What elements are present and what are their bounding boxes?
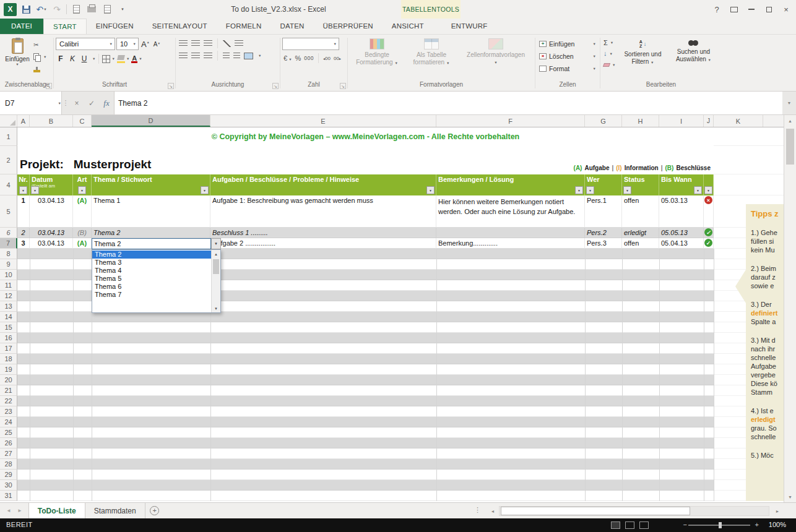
row-header-1[interactable]: 1 bbox=[0, 127, 17, 146]
conditional-formatting-button[interactable]: Bedingte Formatierung ▼ bbox=[350, 36, 404, 81]
row-header[interactable]: 21 bbox=[0, 385, 17, 396]
row-header[interactable]: 29 bbox=[0, 470, 17, 480]
filter-button[interactable]: ▼ bbox=[426, 186, 435, 194]
column-header-f[interactable]: F bbox=[436, 115, 585, 127]
align-middle-icon[interactable] bbox=[191, 40, 200, 47]
insert-function-button[interactable]: fx bbox=[99, 92, 114, 114]
filter-button[interactable]: ▼ bbox=[575, 186, 583, 194]
dropdown-scrollbar[interactable]: ▲ ▼ bbox=[211, 250, 220, 312]
cell-status-icon[interactable]: ✓ bbox=[704, 238, 714, 249]
row-band[interactable] bbox=[17, 375, 714, 385]
dialog-launcher-icon[interactable]: ↘ bbox=[340, 83, 346, 89]
wrap-text-icon[interactable] bbox=[235, 40, 243, 47]
sort-filter-button[interactable]: AZ↓ Sortieren und Filtern ▼ bbox=[617, 36, 668, 81]
header-nr[interactable]: Nr. ▼ bbox=[17, 174, 30, 195]
next-sheet-button[interactable]: ► bbox=[17, 508, 22, 513]
cell-bis-wann[interactable]: 05.05.13 bbox=[659, 228, 704, 238]
format-painter-button[interactable] bbox=[32, 64, 51, 74]
align-left-icon[interactable] bbox=[179, 53, 188, 59]
zoom-percentage[interactable]: 100% bbox=[769, 521, 786, 528]
row-header[interactable]: 20 bbox=[0, 375, 17, 385]
percent-button[interactable]: % bbox=[295, 54, 301, 62]
row-header[interactable]: 23 bbox=[0, 406, 17, 417]
filter-button[interactable]: ▼ bbox=[586, 186, 594, 194]
dropdown-toggle-button[interactable]: ▼ bbox=[211, 238, 221, 249]
row-band[interactable] bbox=[17, 312, 714, 322]
increase-decimal-button[interactable]: ◂00 bbox=[323, 56, 331, 61]
column-header-e[interactable]: E bbox=[210, 115, 436, 127]
ribbon-display-options-button[interactable] bbox=[725, 1, 743, 18]
row-header[interactable]: 30 bbox=[0, 480, 17, 491]
filter-button[interactable]: ▼ bbox=[623, 186, 631, 194]
dropdown-option[interactable]: Thema 7 bbox=[92, 291, 211, 299]
row-header[interactable]: 13 bbox=[0, 301, 17, 312]
zoom-slider-thumb[interactable] bbox=[719, 522, 722, 528]
cell-bemerkung[interactable] bbox=[436, 228, 585, 238]
close-button[interactable]: × bbox=[777, 1, 795, 18]
dialog-launcher-icon[interactable]: ↘ bbox=[46, 83, 52, 89]
row-header[interactable]: 18 bbox=[0, 354, 17, 364]
row-band[interactable] bbox=[17, 354, 714, 364]
cell-aufgabe[interactable]: Aufgabe 2 ................ bbox=[210, 238, 436, 249]
row-header[interactable]: 19 bbox=[0, 364, 17, 375]
dropdown-option[interactable]: Thema 3 bbox=[92, 259, 211, 267]
cell-status-icon[interactable]: ✓ bbox=[704, 228, 714, 238]
row-band[interactable] bbox=[17, 396, 714, 406]
borders-button[interactable]: ▼ bbox=[102, 53, 115, 64]
autosum-button[interactable]: Σ▼ bbox=[603, 38, 615, 47]
row-band[interactable] bbox=[17, 470, 714, 480]
header-bemerkungen[interactable]: Bemerkungen / Lösung ▼ bbox=[436, 174, 585, 195]
clear-button[interactable]: ▼ bbox=[603, 60, 615, 69]
help-button[interactable]: ? bbox=[708, 1, 725, 18]
normal-view-icon[interactable] bbox=[611, 521, 620, 529]
column-header-d[interactable]: D bbox=[92, 115, 210, 127]
row-header[interactable]: 10 bbox=[0, 270, 17, 280]
font-color-button[interactable]: A▼ bbox=[131, 53, 142, 64]
column-header-i[interactable]: I bbox=[659, 115, 704, 127]
confirm-entry-button[interactable]: ✓ bbox=[84, 92, 99, 114]
sheet-tab-stammdaten[interactable]: Stammdaten bbox=[85, 503, 145, 518]
row-band[interactable] bbox=[17, 322, 714, 333]
row-band[interactable] bbox=[17, 343, 714, 354]
cell-styles-button[interactable]: Zellenformatvorlagen ▼ bbox=[459, 36, 533, 81]
tab-formeln[interactable]: FORMELN bbox=[217, 19, 271, 34]
tab-entwurf[interactable]: ENTWURF bbox=[442, 19, 497, 34]
name-box[interactable]: D7▼ bbox=[0, 92, 62, 114]
row-header[interactable]: 22 bbox=[0, 396, 17, 406]
row-header[interactable]: 27 bbox=[0, 448, 17, 459]
formula-bar-handle[interactable]: ⋮ bbox=[62, 92, 69, 114]
hscroll-left-button[interactable]: ◄ bbox=[488, 506, 498, 516]
row-header-6[interactable]: 6 bbox=[0, 228, 17, 238]
dropdown-option[interactable]: Thema 6 bbox=[92, 283, 211, 291]
column-header-k[interactable]: K bbox=[714, 115, 763, 127]
dropdown-option[interactable]: Thema 4 bbox=[92, 267, 211, 275]
cut-button[interactable]: ✂ bbox=[32, 40, 51, 49]
cell-datum[interactable]: 03.04.13 bbox=[30, 195, 73, 228]
grow-font-button[interactable]: A▲ bbox=[140, 40, 151, 49]
row-header-5[interactable]: 5 bbox=[0, 195, 17, 228]
row-band[interactable] bbox=[17, 448, 714, 459]
row-header[interactable]: 31 bbox=[0, 491, 17, 501]
font-size-combo[interactable]: 10▼ bbox=[116, 38, 139, 50]
filter-button[interactable]: ▼ bbox=[704, 186, 712, 194]
row-header-4[interactable]: 4 bbox=[0, 174, 17, 195]
row-header[interactable]: 26 bbox=[0, 438, 17, 448]
filter-button[interactable]: ▼ bbox=[78, 186, 86, 194]
new-sheet-button[interactable]: + bbox=[145, 503, 164, 518]
align-center-icon[interactable] bbox=[191, 53, 200, 59]
row-header-2[interactable]: 2 bbox=[0, 146, 17, 174]
scroll-up-button[interactable]: ▲ bbox=[784, 115, 796, 126]
paste-button[interactable]: Einfügen ▼ bbox=[3, 36, 32, 81]
align-right-icon[interactable] bbox=[204, 53, 212, 59]
header-bis-wann[interactable]: Bis Wann ▼ bbox=[659, 174, 704, 195]
scroll-down-icon[interactable]: ▼ bbox=[212, 304, 220, 312]
tips-panel[interactable]: Tipps z 1.) Gehe füllen si kein Mu 2.) B… bbox=[746, 204, 784, 501]
row-header[interactable]: 9 bbox=[0, 259, 17, 270]
number-format-combo[interactable]: ▼ bbox=[282, 38, 339, 50]
copy-button[interactable]: ▼ bbox=[32, 52, 51, 62]
filter-button[interactable]: ▼ bbox=[201, 186, 209, 194]
tab-einfuegen[interactable]: EINFÜGEN bbox=[87, 19, 143, 34]
cell-bemerkung[interactable]: Hier können weitere Bemerkungen notiert … bbox=[436, 195, 585, 228]
decrease-decimal-button[interactable]: 00▸ bbox=[334, 56, 341, 61]
shrink-font-button[interactable]: A▼ bbox=[152, 41, 162, 48]
